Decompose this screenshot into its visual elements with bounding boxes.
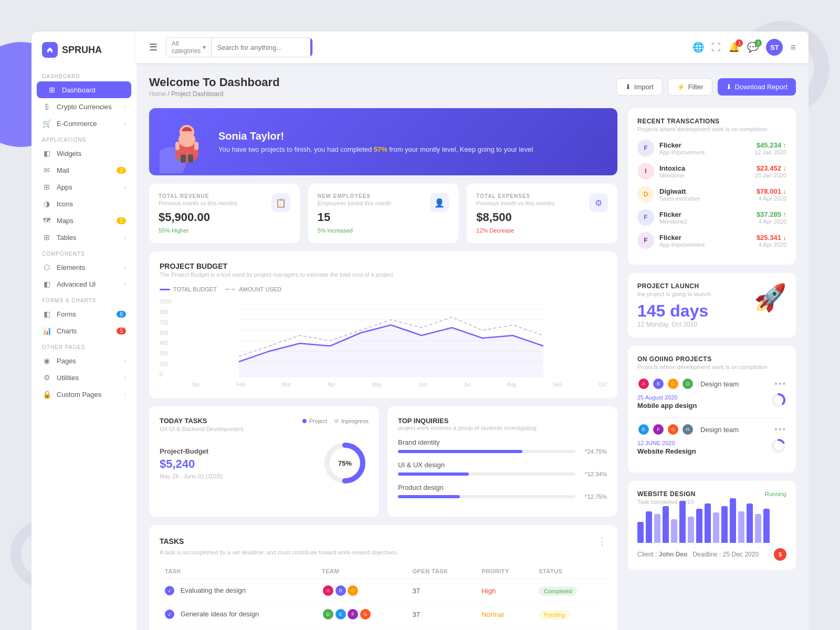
sidebar-item-utilities[interactable]: ⚙ Utilities › (32, 369, 136, 386)
sidebar-item-tables[interactable]: ⊞ Tables › (32, 229, 136, 246)
notifications-icon[interactable]: 🔔 1 (728, 41, 740, 53)
section-other-pages-label: OTHER PAGES (32, 339, 136, 352)
header-actions: 🌐 ⛶ 🔔 1 💬 2 ST ≡ (692, 39, 796, 56)
sidebar-item-widgets[interactable]: ◧ Widgets (32, 145, 136, 162)
chevron-icon: › (124, 392, 126, 397)
sidebar-item-custompages[interactable]: 🔒 Custom Pages › (32, 386, 136, 403)
language-icon[interactable]: 🌐 (692, 41, 704, 53)
legend-used-label: AMOUNT USED (239, 286, 281, 292)
sidebar: SPRUHA DASHBOARD ⊞ Dashboard ₿ Crypto Cu… (32, 32, 136, 630)
donut-chart: 75% (321, 439, 369, 487)
icons-icon: ◑ (42, 200, 51, 208)
ws-bars (637, 511, 786, 543)
task-cell: ✓ Evaluating the design (160, 579, 317, 603)
stat-icon: 👤 (430, 193, 449, 212)
download-label: Download Report (735, 83, 788, 91)
legend-inprogress: Inprogress (334, 418, 369, 424)
ongoing-team-row: E F G H Design team ••• (637, 423, 786, 436)
banner-highlight: 57% (374, 145, 387, 153)
search-input[interactable] (212, 38, 310, 57)
ws-bar (646, 511, 652, 543)
inq-bar-fill (398, 495, 460, 498)
project-launch-card: PROJECT LAUNCH the project is going to l… (628, 273, 796, 338)
banner-text: Sonia Taylor! You have two projects to f… (218, 130, 533, 153)
charts-badge: 5 (117, 328, 126, 334)
col-team: TEAM (317, 564, 407, 579)
breadcrumb-home[interactable]: Home (149, 90, 166, 98)
svg-marker-15 (239, 325, 543, 377)
ws-client-name: John Deo (659, 551, 688, 558)
ws-footer: Client : John Deo Deadline : 25 Dec 2020… (637, 548, 786, 561)
user-avatar[interactable]: ST (766, 39, 783, 56)
stat-value: 15 (318, 211, 392, 224)
ws-bar (671, 519, 677, 543)
svg-rect-6 (194, 142, 198, 150)
sidebar-item-apps[interactable]: ⊞ Apps › (32, 178, 136, 195)
task-cell: Define the problem (160, 626, 317, 631)
chart-title: PROJECT BUDGET (160, 262, 607, 270)
custompages-icon: 🔒 (42, 390, 51, 398)
sidebar-item-dashboard[interactable]: ⊞ Dashboard (37, 81, 131, 98)
section-forms-charts-label: FORMS & CHARTS (32, 292, 136, 306)
ongoing-more-icon[interactable]: ••• (774, 379, 786, 388)
task-check[interactable]: ✓ (165, 586, 174, 595)
priority-cell: Low (476, 626, 533, 631)
ws-client: Client : John Deo Deadline : 25 Dec 2020 (637, 551, 759, 558)
website-design-card: WEBSITE DESIGN Running Task completed : … (628, 481, 796, 570)
category-dropdown[interactable]: All categories ▾ (166, 38, 212, 57)
inq-bar-row: ^12.75% (398, 494, 607, 500)
ws-bar (663, 506, 669, 543)
sidebar-item-crypto[interactable]: ₿ Crypto Currencies › (32, 98, 136, 115)
sidebar-item-maps[interactable]: 🗺 Maps 2 (32, 212, 136, 229)
more-options-icon[interactable]: ⋮ (597, 536, 607, 547)
ongoing-team-row: A B C D Design team ••• (637, 377, 786, 390)
banner-name: Sonia Taylor! (218, 130, 533, 142)
ws-title: WEBSITE DESIGN (637, 490, 696, 498)
sidebar-item-icons[interactable]: ◑ Icons (32, 195, 136, 212)
stats-row: TOTAL REVENUE Previous month vs this mon… (149, 184, 617, 243)
inquiry-items: Brand identity ^24.75% UI (398, 438, 607, 500)
trans-info: Flicker App improvement (659, 234, 751, 248)
filter-icon: ⚡ (677, 83, 685, 91)
sidebar-item-label: E-Commerce (57, 120, 97, 128)
chevron-icon: › (124, 265, 126, 270)
search-button[interactable]: 🔍 (310, 38, 313, 57)
trans-item-3: F Flicker Milestone2 $37.285 ↑ 4 Apr 202… (637, 209, 786, 226)
ongoing-more-icon[interactable]: ••• (774, 425, 786, 434)
sidebar-item-forms[interactable]: ◧ Forms 6 (32, 306, 136, 322)
import-button[interactable]: ⬇ Import (616, 78, 663, 96)
chevron-icon: › (124, 184, 126, 190)
inq-bar-fill (398, 472, 469, 476)
sidebar-item-mail[interactable]: ✉ Mail 2 (32, 162, 136, 178)
sidebar-item-charts[interactable]: 📊 Charts 5 (32, 322, 136, 339)
more-menu-icon[interactable]: ≡ (790, 42, 796, 53)
hamburger-button[interactable]: ☰ (149, 41, 158, 53)
filter-button[interactable]: ⚡ Filter (668, 78, 712, 96)
import-label: Import (634, 83, 654, 91)
sidebar-item-ecommerce[interactable]: 🛒 E-Commerce › (32, 115, 136, 132)
rocket-icon: 🚀 (754, 282, 786, 313)
open-task-cell: 37 (407, 603, 477, 626)
task-check[interactable]: ✓ (165, 610, 174, 619)
table-row: ✓ Evaluating the design A B C 37 (160, 579, 607, 603)
sidebar-item-label: Apps (57, 183, 72, 191)
status-badge: Pending (539, 610, 570, 620)
inq-bar-fill (398, 450, 522, 453)
legend-total-dot (160, 289, 170, 290)
download-report-button[interactable]: ⬇ Download Report (718, 78, 796, 96)
ongoing-title: ON GOIING PROJECTS (637, 355, 786, 363)
category-chevron-icon: ▾ (203, 44, 206, 51)
ongoing-proj-name: Website Redesign (637, 447, 696, 455)
trans-right: $23.452 ↓ 23 Jan 2020 (754, 164, 786, 178)
sidebar-item-advancedui[interactable]: ◧ Advanced UI › (32, 276, 136, 292)
sidebar-item-elements[interactable]: ⬡ Elements › (32, 259, 136, 276)
trans-name: Digiwatt (659, 187, 751, 195)
messages-icon[interactable]: 💬 2 (747, 41, 759, 53)
fullscreen-icon[interactable]: ⛶ (711, 42, 721, 53)
task-value: $5,240 (160, 457, 321, 471)
chevron-icon: › (124, 104, 126, 110)
team-avatar: D (681, 377, 694, 390)
trans-sub: App improvement (659, 149, 749, 155)
sidebar-item-pages[interactable]: ◉ Pages › (32, 352, 136, 369)
section-applications-label: APPLICATIONS (32, 132, 136, 145)
